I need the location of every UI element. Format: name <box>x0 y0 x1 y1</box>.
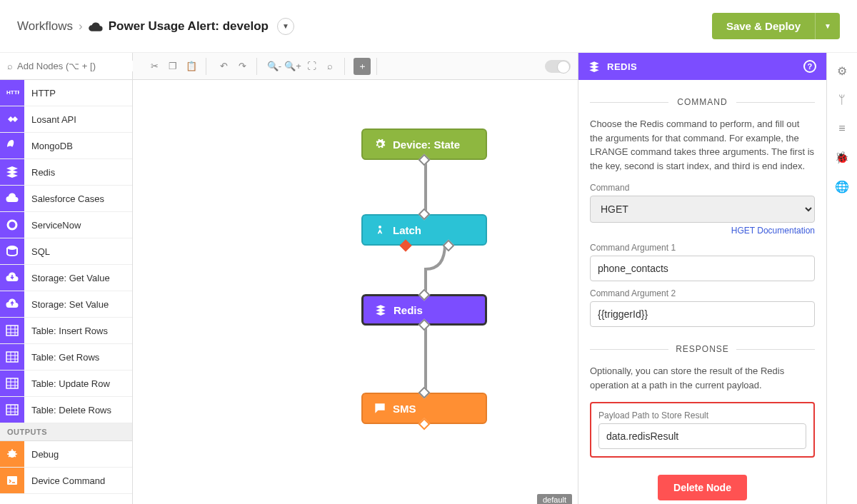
response-description: Optionally, you can store the result of … <box>590 364 815 392</box>
delete-node-button[interactable]: Delete Node <box>658 475 747 500</box>
svg-rect-6 <box>6 405 18 415</box>
arg2-label: Command Argument 2 <box>590 288 815 298</box>
globe-icon[interactable]: 🌐 <box>835 180 849 193</box>
page-title: Power Usage Alert: develop <box>109 19 269 34</box>
node-label: Table: Delete Rows <box>24 405 111 415</box>
flow-node-sms[interactable]: SMS <box>361 393 487 424</box>
flow-node-label: Latch <box>393 224 421 236</box>
person-icon <box>374 224 386 236</box>
fit-button[interactable]: ⛶ <box>303 58 320 75</box>
node-item-debug[interactable]: Debug <box>0 441 132 468</box>
ring-icon <box>0 212 24 238</box>
node-item-servicenow[interactable]: ServiceNow <box>0 212 132 238</box>
result-input[interactable] <box>598 423 806 449</box>
port-out[interactable] <box>419 319 431 331</box>
doc-link[interactable]: HGET Documentation <box>731 226 815 236</box>
table-icon <box>0 318 24 343</box>
node-item-mongodb[interactable]: MongoDB <box>0 133 132 159</box>
flow-node-redis[interactable]: Redis <box>361 294 487 326</box>
node-item-device-command[interactable]: Device Command <box>0 468 132 494</box>
node-item-http[interactable]: HTTP HTTP <box>0 80 132 106</box>
gear-icon <box>374 138 386 150</box>
node-label: Debug <box>24 449 59 460</box>
node-label: MongoDB <box>24 141 73 151</box>
stack-icon <box>0 159 24 185</box>
section-response: RESPONSE <box>590 344 815 354</box>
port-out[interactable] <box>419 154 431 166</box>
flow-node-label: Redis <box>394 304 423 316</box>
stack-icon <box>375 304 386 316</box>
flow-node-device-state[interactable]: Device: State <box>361 128 487 160</box>
gear-icon[interactable]: ⚙ <box>837 64 847 78</box>
node-label: HTTP <box>24 88 56 99</box>
save-deploy-button[interactable]: Save & Deploy <box>712 13 815 39</box>
node-item-table-get-rows[interactable]: Table: Get Rows <box>0 344 132 371</box>
section-command: COMMAND <box>590 97 815 107</box>
node-label: SQL <box>24 246 50 257</box>
undo-button[interactable]: ↶ <box>215 58 232 75</box>
port-out[interactable] <box>419 418 431 430</box>
bug-icon <box>0 441 24 467</box>
save-dropdown-button[interactable]: ▼ <box>815 13 840 39</box>
breadcrumb-root[interactable]: Workflows <box>17 19 73 34</box>
canvas-toolbar: ✂ ❐ 📋 ↶ ↷ 🔍- 🔍+ ⛶ ⌕ ＋ <box>133 53 578 80</box>
add-note-button[interactable]: ＋ <box>354 58 371 75</box>
help-icon[interactable]: ? <box>803 60 816 73</box>
arg1-input[interactable] <box>590 256 815 281</box>
chevron-icon: › <box>79 19 83 34</box>
search-icon: ⌕ <box>7 61 13 71</box>
database-icon[interactable]: ≡ <box>838 122 845 135</box>
branch-icon[interactable]: ᛘ <box>838 94 846 106</box>
node-label: Redis <box>24 167 55 178</box>
db-icon <box>0 238 24 264</box>
port-in[interactable] <box>419 289 431 301</box>
paste-button[interactable]: 📋 <box>183 58 200 75</box>
cloud-icon <box>0 186 24 211</box>
toggle-switch[interactable] <box>545 60 571 73</box>
title-dropdown[interactable]: ▼ <box>277 18 294 35</box>
http-icon: HTTP <box>0 80 24 106</box>
zoom-in-button[interactable]: 🔍+ <box>284 58 301 75</box>
port-out-true[interactable] <box>443 240 455 252</box>
flow-node-latch[interactable]: Latch <box>361 214 487 246</box>
node-item-table-update-row[interactable]: Table: Update Row <box>0 371 132 397</box>
svg-point-1 <box>8 221 16 229</box>
arg2-input[interactable] <box>590 301 815 327</box>
node-item-losant-api[interactable]: Losant API <box>0 106 132 133</box>
command-description: Choose the Redis command to perform, and… <box>590 117 815 173</box>
node-item-table-insert-rows[interactable]: Table: Insert Rows <box>0 318 132 344</box>
svg-rect-3 <box>6 326 18 336</box>
node-label: ServiceNow <box>24 220 81 231</box>
node-item-salesforce-cases[interactable]: Salesforce Cases <box>0 186 132 212</box>
node-label: Storage: Set Value <box>24 299 109 310</box>
cut-button[interactable]: ✂ <box>146 58 163 75</box>
cloud-icon <box>89 21 103 31</box>
panel-title: REDIS <box>607 61 637 72</box>
search-input[interactable] <box>17 61 137 71</box>
port-out-false[interactable] <box>400 240 412 252</box>
cloudup-icon <box>0 291 24 317</box>
command-select[interactable]: HGET <box>590 196 815 223</box>
node-item-table-delete-rows[interactable]: Table: Delete Rows <box>0 397 132 423</box>
redo-button[interactable]: ↷ <box>234 58 251 75</box>
table-icon <box>0 371 24 396</box>
find-button[interactable]: ⌕ <box>321 58 339 75</box>
node-label: Salesforce Cases <box>24 193 104 204</box>
node-item-sql[interactable]: SQL <box>0 238 132 265</box>
bug-icon[interactable]: 🐞 <box>835 151 849 164</box>
canvas[interactable]: Device: State Latch Redis SMS <box>133 80 578 504</box>
default-badge: default <box>537 494 572 504</box>
svg-rect-4 <box>6 352 18 362</box>
svg-text:HTTP: HTTP <box>6 89 19 96</box>
zoom-out-button[interactable]: 🔍- <box>266 58 283 75</box>
node-label: Device Command <box>24 475 105 486</box>
port-in[interactable] <box>419 208 431 221</box>
node-item-storage-get-value[interactable]: Storage: Get Value <box>0 265 132 291</box>
copy-button[interactable]: ❐ <box>164 58 181 75</box>
result-highlight: Payload Path to Store Result <box>590 402 815 458</box>
node-item-redis[interactable]: Redis <box>0 159 132 186</box>
right-rail: ⚙ ᛘ ≡ 🐞 🌐 <box>827 53 857 504</box>
node-label: Table: Update Row <box>24 378 110 389</box>
port-in[interactable] <box>419 387 431 399</box>
node-item-storage-set-value[interactable]: Storage: Set Value <box>0 291 132 318</box>
